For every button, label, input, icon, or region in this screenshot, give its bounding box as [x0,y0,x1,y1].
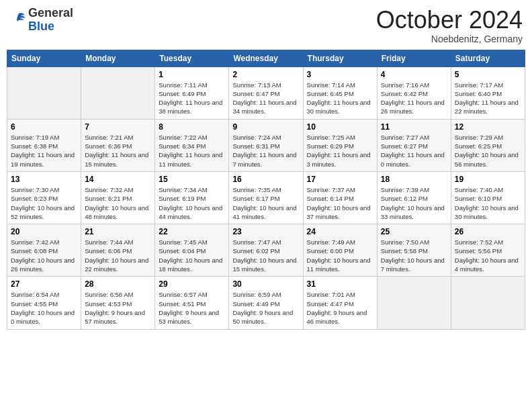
weekday-header-tuesday: Tuesday [155,50,229,66]
day-cell: 29Sunrise: 6:57 AMSunset: 4:51 PMDayligh… [155,277,229,329]
day-number: 24 [307,227,373,236]
day-detail: Sunrise: 7:14 AMSunset: 6:45 PMDaylight:… [307,81,373,116]
day-number: 6 [11,122,77,132]
weekday-header-wednesday: Wednesday [229,50,303,66]
day-cell: 14Sunrise: 7:32 AMSunset: 6:21 PMDayligh… [81,171,155,224]
weekday-header-row: SundayMondayTuesdayWednesdayThursdayFrid… [7,50,525,66]
day-cell: 1Sunrise: 7:11 AMSunset: 6:49 PMDaylight… [155,66,229,119]
week-row-3: 13Sunrise: 7:30 AMSunset: 6:23 PMDayligh… [7,171,525,224]
day-number: 10 [307,122,373,132]
day-number: 18 [381,175,447,184]
day-number: 28 [85,279,151,289]
week-row-1: 1Sunrise: 7:11 AMSunset: 6:49 PMDaylight… [7,66,525,119]
day-detail: Sunrise: 7:37 AMSunset: 6:14 PMDaylight:… [307,185,373,221]
week-row-5: 27Sunrise: 6:54 AMSunset: 4:55 PMDayligh… [7,277,525,329]
weekday-header-thursday: Thursday [303,50,377,66]
day-cell: 6Sunrise: 7:19 AMSunset: 6:38 PMDaylight… [7,119,81,171]
page-header: General Blue October 2024 Noebdenitz, Ge… [7,7,525,44]
day-detail: Sunrise: 7:42 AMSunset: 6:08 PMDaylight:… [11,238,77,273]
day-cell: 3Sunrise: 7:14 AMSunset: 6:45 PMDaylight… [303,66,377,119]
day-detail: Sunrise: 6:54 AMSunset: 4:55 PMDaylight:… [11,290,77,326]
day-cell: 19Sunrise: 7:40 AMSunset: 6:10 PMDayligh… [451,171,525,224]
day-number: 20 [11,227,77,236]
title-block: October 2024 Noebdenitz, Germany [376,7,523,44]
day-cell [377,277,451,329]
day-cell: 15Sunrise: 7:34 AMSunset: 6:19 PMDayligh… [155,171,229,224]
day-detail: Sunrise: 7:50 AMSunset: 5:58 PMDaylight:… [381,238,447,273]
day-detail: Sunrise: 6:57 AMSunset: 4:51 PMDaylight:… [159,290,225,326]
day-number: 29 [159,279,225,289]
day-cell: 11Sunrise: 7:27 AMSunset: 6:27 PMDayligh… [377,119,451,171]
day-number: 25 [381,227,447,236]
day-detail: Sunrise: 7:17 AMSunset: 6:40 PMDaylight:… [455,81,521,116]
day-cell: 2Sunrise: 7:13 AMSunset: 6:47 PMDaylight… [229,66,303,119]
day-detail: Sunrise: 7:34 AMSunset: 6:19 PMDaylight:… [159,185,225,221]
day-cell: 27Sunrise: 6:54 AMSunset: 4:55 PMDayligh… [7,277,81,329]
day-number: 13 [11,175,77,184]
day-detail: Sunrise: 7:16 AMSunset: 6:42 PMDaylight:… [381,81,447,116]
day-number: 26 [455,227,521,236]
weekday-header-saturday: Saturday [451,50,525,66]
day-number: 4 [381,70,447,79]
day-cell [451,277,525,329]
day-detail: Sunrise: 7:24 AMSunset: 6:31 PMDaylight:… [232,133,299,169]
location: Noebdenitz, Germany [376,34,523,44]
day-number: 31 [307,279,373,289]
week-row-4: 20Sunrise: 7:42 AMSunset: 6:08 PMDayligh… [7,224,525,277]
weekday-header-monday: Monday [81,50,155,66]
day-number: 21 [85,227,151,236]
day-cell: 31Sunrise: 7:01 AMSunset: 4:47 PMDayligh… [303,277,377,329]
day-cell: 7Sunrise: 7:21 AMSunset: 6:36 PMDaylight… [81,119,155,171]
day-detail: Sunrise: 7:30 AMSunset: 6:23 PMDaylight:… [11,185,77,221]
day-number: 22 [159,227,225,236]
day-detail: Sunrise: 7:52 AMSunset: 5:56 PMDaylight:… [455,238,521,273]
day-cell: 30Sunrise: 6:59 AMSunset: 4:49 PMDayligh… [229,277,303,329]
day-cell: 5Sunrise: 7:17 AMSunset: 6:40 PMDaylight… [451,66,525,119]
day-detail: Sunrise: 7:19 AMSunset: 6:38 PMDaylight:… [11,133,77,169]
day-cell: 4Sunrise: 7:16 AMSunset: 6:42 PMDaylight… [377,66,451,119]
day-detail: Sunrise: 6:56 AMSunset: 4:53 PMDaylight:… [85,290,151,326]
day-number: 27 [11,279,77,289]
day-cell: 10Sunrise: 7:25 AMSunset: 6:29 PMDayligh… [303,119,377,171]
day-cell: 22Sunrise: 7:45 AMSunset: 6:04 PMDayligh… [155,224,229,277]
day-detail: Sunrise: 7:11 AMSunset: 6:49 PMDaylight:… [159,81,225,116]
day-cell: 28Sunrise: 6:56 AMSunset: 4:53 PMDayligh… [81,277,155,329]
day-cell: 18Sunrise: 7:39 AMSunset: 6:12 PMDayligh… [377,171,451,224]
day-detail: Sunrise: 7:01 AMSunset: 4:47 PMDaylight:… [307,290,373,326]
day-number: 1 [159,70,225,79]
day-cell: 8Sunrise: 7:22 AMSunset: 6:34 PMDaylight… [155,119,229,171]
day-number: 14 [85,175,151,184]
day-number: 3 [307,70,373,79]
day-detail: Sunrise: 7:44 AMSunset: 6:06 PMDaylight:… [85,238,151,273]
day-detail: Sunrise: 7:49 AMSunset: 6:00 PMDaylight:… [307,238,373,273]
day-cell: 24Sunrise: 7:49 AMSunset: 6:00 PMDayligh… [303,224,377,277]
weekday-header-friday: Friday [377,50,451,66]
day-cell: 17Sunrise: 7:37 AMSunset: 6:14 PMDayligh… [303,171,377,224]
day-number: 19 [455,175,521,184]
day-cell: 16Sunrise: 7:35 AMSunset: 6:17 PMDayligh… [229,171,303,224]
day-number: 5 [455,70,521,79]
logo-blue-text: Blue [28,19,54,33]
day-number: 2 [232,70,299,79]
day-detail: Sunrise: 7:22 AMSunset: 6:34 PMDaylight:… [159,133,225,169]
day-number: 8 [159,122,225,132]
day-cell: 13Sunrise: 7:30 AMSunset: 6:23 PMDayligh… [7,171,81,224]
day-detail: Sunrise: 7:45 AMSunset: 6:04 PMDaylight:… [159,238,225,273]
day-cell: 23Sunrise: 7:47 AMSunset: 6:02 PMDayligh… [229,224,303,277]
day-detail: Sunrise: 7:27 AMSunset: 6:27 PMDaylight:… [381,133,447,169]
day-detail: Sunrise: 7:40 AMSunset: 6:10 PMDaylight:… [455,185,521,221]
day-detail: Sunrise: 7:13 AMSunset: 6:47 PMDaylight:… [232,81,299,116]
day-detail: Sunrise: 7:39 AMSunset: 6:12 PMDaylight:… [381,185,447,221]
calendar-table: SundayMondayTuesdayWednesdayThursdayFrid… [7,50,525,330]
day-number: 16 [232,175,299,184]
day-cell: 20Sunrise: 7:42 AMSunset: 6:08 PMDayligh… [7,224,81,277]
day-cell: 12Sunrise: 7:29 AMSunset: 6:25 PMDayligh… [451,119,525,171]
logo-bird-icon [11,11,27,27]
day-number: 17 [307,175,373,184]
day-detail: Sunrise: 7:29 AMSunset: 6:25 PMDaylight:… [455,133,521,169]
logo: General Blue [9,7,73,34]
day-number: 12 [455,122,521,132]
day-number: 7 [85,122,151,132]
day-cell: 25Sunrise: 7:50 AMSunset: 5:58 PMDayligh… [377,224,451,277]
day-detail: Sunrise: 7:47 AMSunset: 6:02 PMDaylight:… [232,238,299,273]
